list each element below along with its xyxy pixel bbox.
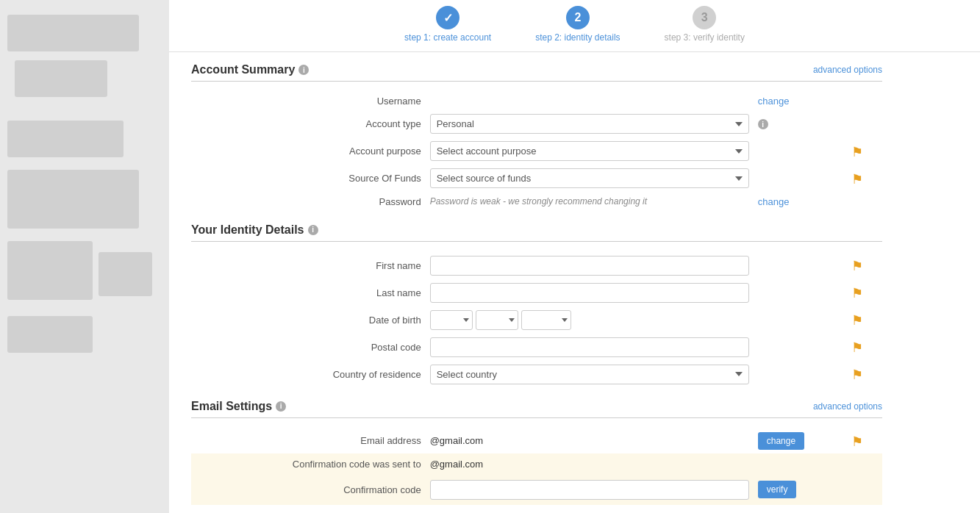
account-purpose-flag-cell xyxy=(847,137,882,165)
account-summary-header: Account Summary i advanced options xyxy=(191,63,882,82)
step-2-circle: 2 xyxy=(566,6,590,29)
confirmation-sent-label: Confirmation code was sent to xyxy=(191,453,426,475)
email-address-value: @gmail.com xyxy=(430,435,483,446)
account-summary-advanced-options[interactable]: advanced options xyxy=(813,65,882,75)
confirmation-code-label: Confirmation code xyxy=(191,475,426,505)
password-change-link[interactable]: change xyxy=(758,196,790,207)
dob-action-cell xyxy=(754,306,847,334)
username-flag-cell xyxy=(847,92,882,110)
account-type-action-cell: i xyxy=(754,110,847,137)
email-settings-header: Email Settings i advanced options xyxy=(191,400,882,418)
postal-code-action-cell xyxy=(754,334,847,361)
dob-selects xyxy=(430,310,749,330)
country-of-residence-flag-icon xyxy=(851,367,865,377)
username-change-link[interactable]: change xyxy=(758,96,790,107)
email-settings-info-icon[interactable]: i xyxy=(276,401,286,412)
source-of-funds-flag-icon xyxy=(851,171,865,182)
account-type-label: Account type xyxy=(191,110,426,137)
username-row: Username change xyxy=(191,92,882,110)
email-address-action-cell: change xyxy=(754,428,847,453)
email-settings-form: Email address @gmail.com change Confirma… xyxy=(191,428,882,505)
step-2[interactable]: 2 step 2: identity details xyxy=(535,6,620,43)
last-name-input-cell xyxy=(426,279,754,306)
last-name-flag-icon xyxy=(851,285,865,295)
dob-label: Date of birth xyxy=(191,306,426,334)
last-name-input[interactable] xyxy=(430,283,749,303)
identity-details-info-icon[interactable]: i xyxy=(308,225,318,235)
country-of-residence-action-cell xyxy=(754,361,847,388)
account-type-input-cell: Personal Business xyxy=(426,110,754,137)
confirmation-sent-value-cell: @gmail.com xyxy=(426,453,754,475)
first-name-flag-cell xyxy=(847,252,882,279)
confirmation-sent-flag-cell xyxy=(847,453,882,475)
sidebar-block-2 xyxy=(15,60,107,97)
last-name-action-cell xyxy=(754,279,847,306)
confirmation-code-input-cell xyxy=(426,475,754,505)
account-purpose-select[interactable]: Select account purpose xyxy=(430,141,749,161)
account-type-flag-cell xyxy=(847,110,882,137)
email-address-flag-cell xyxy=(847,428,882,453)
account-purpose-label: Account purpose xyxy=(191,137,426,165)
first-name-input-cell xyxy=(426,252,754,279)
first-name-action-cell xyxy=(754,252,847,279)
sidebar-block-1 xyxy=(7,15,139,51)
country-of-residence-input-cell: Select country xyxy=(426,361,754,388)
account-purpose-flag-icon xyxy=(851,144,865,154)
confirmation-code-flag-cell xyxy=(847,475,882,505)
dob-year-select[interactable] xyxy=(521,310,571,330)
dob-flag-icon xyxy=(851,312,865,323)
account-type-select[interactable]: Personal Business xyxy=(430,114,749,134)
email-address-flag-icon xyxy=(851,434,865,444)
last-name-flag-cell xyxy=(847,279,882,306)
dob-flag-cell xyxy=(847,306,882,334)
postal-code-flag-icon xyxy=(851,340,865,350)
password-value-cell: Password is weak - we strongly recommend… xyxy=(426,192,754,212)
confirmation-code-input[interactable] xyxy=(430,480,749,500)
email-address-row: Email address @gmail.com change xyxy=(191,428,882,453)
account-type-row: Account type Personal Business i xyxy=(191,110,882,137)
password-warning: Password is weak - we strongly recommend… xyxy=(430,196,647,207)
postal-code-input[interactable] xyxy=(430,337,749,357)
postal-code-flag-cell xyxy=(847,334,882,361)
account-purpose-row: Account purpose Select account purpose xyxy=(191,137,882,165)
confirmation-sent-value: @gmail.com xyxy=(430,459,483,470)
first-name-flag-icon xyxy=(851,258,865,268)
password-flag-cell xyxy=(847,192,882,212)
email-address-change-button[interactable]: change xyxy=(758,432,804,450)
source-of-funds-flag-cell xyxy=(847,165,882,192)
account-summary-info-icon[interactable]: i xyxy=(298,65,309,75)
main-content: ✓ step 1: create account 2 step 2: ident… xyxy=(169,0,980,513)
account-type-info-icon[interactable]: i xyxy=(758,119,768,129)
confirmation-code-row: Confirmation code verify xyxy=(191,475,882,505)
source-of-funds-label: Source Of Funds xyxy=(191,165,426,192)
sidebar-block-7 xyxy=(7,316,93,353)
confirmation-sent-action-cell xyxy=(754,453,847,475)
source-of-funds-select[interactable]: Select source of funds xyxy=(430,168,749,188)
username-label: Username xyxy=(191,92,426,110)
password-label: Password xyxy=(191,192,426,212)
step-1[interactable]: ✓ step 1: create account xyxy=(404,6,491,43)
country-of-residence-flag-cell xyxy=(847,361,882,388)
password-action-cell: change xyxy=(754,192,847,212)
first-name-input[interactable] xyxy=(430,256,749,276)
step-3-circle: 3 xyxy=(693,6,716,29)
country-of-residence-row: Country of residence Select country xyxy=(191,361,882,388)
email-settings-advanced-options[interactable]: advanced options xyxy=(813,401,882,412)
confirmation-sent-row: Confirmation code was sent to @gmail.com xyxy=(191,453,882,475)
postal-code-input-cell xyxy=(426,334,754,361)
email-settings-title: Email Settings i xyxy=(191,400,286,413)
last-name-label: Last name xyxy=(191,279,426,306)
step-3: 3 step 3: verify identity xyxy=(665,6,745,43)
confirmation-code-verify-button[interactable]: verify xyxy=(758,481,797,498)
identity-details-header: Your Identity Details i xyxy=(191,223,882,242)
confirmation-code-action-cell: verify xyxy=(754,475,847,505)
dob-month-select[interactable] xyxy=(476,310,518,330)
postal-code-row: Postal code xyxy=(191,334,882,361)
step-1-circle: ✓ xyxy=(436,6,459,29)
step-1-label: step 1: create account xyxy=(404,32,491,43)
dob-day-select[interactable] xyxy=(430,310,473,330)
last-name-row: Last name xyxy=(191,279,882,306)
source-of-funds-action-cell xyxy=(754,165,847,192)
sidebar-block-3 xyxy=(7,121,124,157)
country-of-residence-select[interactable]: Select country xyxy=(430,365,749,384)
